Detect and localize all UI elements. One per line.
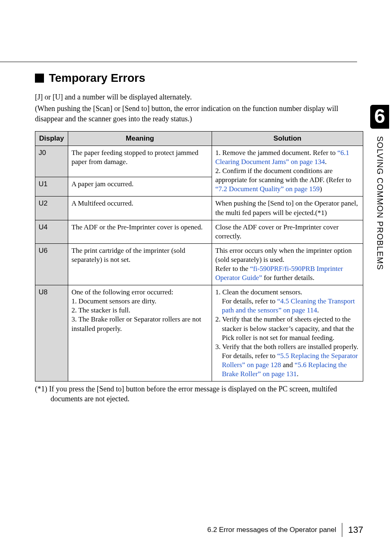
top-rule bbox=[0, 62, 357, 62]
section-title: Temporary Errors bbox=[35, 72, 363, 85]
code-u8: U8 bbox=[35, 285, 68, 382]
code-u1: U1 bbox=[35, 177, 68, 197]
code-u6: U6 bbox=[35, 243, 68, 285]
meaning-u4: The ADF or the Pre-Imprinter cover is op… bbox=[68, 220, 212, 243]
meaning-u2: A Multifeed occurred. bbox=[68, 197, 212, 220]
solution-u2: When pushing the [Send to] on the Operat… bbox=[212, 197, 363, 220]
sol-text: This error occurs only when the imprinte… bbox=[215, 247, 352, 264]
header-display: Display bbox=[35, 131, 68, 146]
sol-line: 1. Clean the document sensors. bbox=[215, 288, 360, 297]
table-header-row: Display Meaning Solution bbox=[35, 131, 363, 146]
table-row: J0 The paper feeding stopped to protect … bbox=[35, 146, 363, 177]
sol-text: . bbox=[325, 158, 327, 166]
intro-line-2: (When pushing the [Scan] or [Send to] bu… bbox=[35, 104, 363, 124]
header-solution: Solution bbox=[212, 131, 363, 146]
page-footer: 6.2 Error messages of the Operator panel… bbox=[208, 523, 363, 537]
sol-text: and bbox=[281, 361, 295, 369]
chapter-number: 6 bbox=[370, 105, 390, 129]
code-u2: U2 bbox=[35, 197, 68, 220]
sol-text: Refer to the bbox=[215, 265, 250, 273]
sol-text: 1. Remove the jammed document. Refer to bbox=[215, 149, 337, 157]
meaning-u6: The print cartridge of the imprinter (so… bbox=[68, 243, 212, 285]
sol-text: For details, refer to bbox=[222, 297, 277, 305]
meaning-line: One of the following error occurred: bbox=[71, 288, 173, 296]
sol-line: 3. Verify that the both rollers are inst… bbox=[215, 342, 360, 352]
table-row: U2 A Multifeed occurred. When pushing th… bbox=[35, 197, 363, 220]
page-number: 137 bbox=[348, 525, 363, 535]
code-j0: J0 bbox=[35, 146, 68, 177]
link-7-2[interactable]: “7.2 Document Quality” on page 159 bbox=[215, 185, 320, 193]
title-bullet-icon bbox=[35, 74, 44, 83]
section-title-text: Temporary Errors bbox=[49, 72, 145, 85]
solution-u4: Close the ADF cover or Pre-Imprinter cov… bbox=[212, 220, 363, 243]
meaning-u1: A paper jam occurred. bbox=[68, 177, 212, 197]
intro-line-1: [J] or [U] and a number will be displaye… bbox=[35, 92, 363, 102]
code-u4: U4 bbox=[35, 220, 68, 243]
meaning-line: 1. Document sensors are dirty. bbox=[71, 297, 157, 305]
solution-u6: This error occurs only when the imprinte… bbox=[212, 243, 363, 285]
sol-text: . bbox=[317, 306, 319, 314]
table-row: U6 The print cartridge of the imprinter … bbox=[35, 243, 363, 285]
side-tab: 6 SOLVING COMMON PROBLEMS bbox=[367, 105, 392, 270]
table-row: U4 The ADF or the Pre-Imprinter cover is… bbox=[35, 220, 363, 243]
chapter-label: SOLVING COMMON PROBLEMS bbox=[375, 136, 385, 270]
footer-section-title: 6.2 Error messages of the Operator panel bbox=[208, 526, 337, 534]
sol-text: ) bbox=[320, 185, 322, 193]
meaning-line: 2. The stacker is full. bbox=[71, 306, 130, 314]
sol-line: 2. Verify that the number of sheets ejec… bbox=[215, 315, 360, 342]
meaning-u8: One of the following error occurred: 1. … bbox=[68, 285, 212, 382]
meaning-j0: The paper feeding stopped to protect jam… bbox=[68, 146, 212, 177]
solution-j0-u1: 1. Remove the jammed document. Refer to … bbox=[212, 146, 363, 196]
sol-line: For details, refer to “5.5 Replacing the… bbox=[215, 352, 360, 379]
footer-divider bbox=[342, 523, 342, 537]
sol-text: for further details. bbox=[262, 274, 314, 282]
sol-text: For details, refer to bbox=[222, 352, 277, 360]
table-row: U8 One of the following error occurred: … bbox=[35, 285, 363, 382]
error-table: Display Meaning Solution J0 The paper fe… bbox=[35, 131, 363, 382]
footnote: (*1) If you press the [Send to] button b… bbox=[35, 384, 363, 404]
meaning-line: 3. The Brake roller or Separator rollers… bbox=[71, 315, 201, 332]
sol-line: For details, refer to “4.5 Cleaning the … bbox=[215, 297, 360, 315]
header-meaning: Meaning bbox=[68, 131, 212, 146]
solution-u8: 1. Clean the document sensors. For detai… bbox=[212, 285, 363, 382]
sol-text: 2. Confirm if the document conditions ar… bbox=[215, 167, 351, 184]
sol-text: . bbox=[297, 370, 298, 378]
